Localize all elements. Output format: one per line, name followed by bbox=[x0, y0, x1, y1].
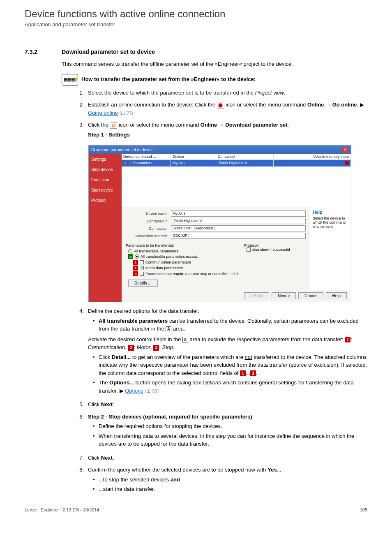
letter-a-marker-2: A bbox=[182, 337, 188, 342]
radio-except[interactable]: AAll transferable parameters except: bbox=[128, 254, 244, 259]
dialog-screenshot: Download parameter set to device ✕ Setti… bbox=[88, 145, 351, 302]
page-header: Device functions with active online conn… bbox=[25, 8, 367, 28]
details-button[interactable]: Details ... bbox=[128, 280, 158, 287]
radio-all[interactable]: All transferable parameters bbox=[128, 249, 244, 253]
next-button[interactable]: Next > bbox=[272, 292, 296, 299]
marker-3b: 3 bbox=[250, 370, 256, 376]
page-footer: Lenze · Engineer · 2.13 EN - 10/2014 105 bbox=[25, 507, 367, 512]
check-show-success[interactable]: also show if successful bbox=[247, 247, 306, 252]
sidebar-execution[interactable]: Execution bbox=[91, 178, 119, 182]
step-7: 7. Click Next. bbox=[78, 454, 367, 462]
footer-left: Lenze · Engineer · 2.13 EN - 10/2014 bbox=[25, 507, 99, 512]
step-5: 5. Click Next. bbox=[78, 400, 367, 409]
page-ref-99: (🕮 99) bbox=[145, 388, 159, 393]
section-heading: 7.3.2 Download parameter set to device bbox=[25, 49, 367, 55]
param-icon: ▤ bbox=[129, 161, 132, 165]
chapter-subtitle: Application and parameter set transfer bbox=[25, 21, 367, 28]
step-1: 1. Select the device to which the parame… bbox=[78, 89, 367, 97]
contained-in-field[interactable]: ./9400 HighLine V bbox=[171, 218, 306, 224]
connection-addr-field[interactable]: GDC:MP:/ bbox=[171, 233, 306, 239]
check-stop[interactable]: 3Parameters that require a device stop o… bbox=[133, 271, 244, 276]
step1-heading: Step 1 - Settings bbox=[88, 131, 367, 139]
device-table-row[interactable]: ✓ ▤ Parameters My Axis ./9400 HighLine V bbox=[122, 160, 351, 166]
going-online-link[interactable]: Going online bbox=[88, 110, 118, 116]
footer-page-number: 105 bbox=[360, 507, 367, 512]
connection-field[interactable]: Lenze OPC_Diagnostics 1 bbox=[171, 225, 306, 231]
device-name-field[interactable]: My Axis bbox=[171, 210, 306, 217]
section-number: 7.3.2 bbox=[25, 49, 62, 55]
step-6: 6. Step 2 - Stop devices (optional, requ… bbox=[78, 413, 367, 450]
help-panel: Help Select the device to which the comm… bbox=[310, 207, 351, 290]
download-param-icon: ▤ bbox=[110, 122, 117, 129]
procedure-icon: ▦▦▦☝ bbox=[62, 74, 78, 86]
sidebar-start[interactable]: Start device bbox=[91, 188, 119, 192]
cancel-button[interactable]: Cancel bbox=[298, 292, 323, 299]
step-2: 2. Establish an online connection to the… bbox=[78, 101, 367, 117]
options-link[interactable]: Options bbox=[125, 388, 143, 394]
volatile-icon bbox=[345, 161, 349, 165]
marker-1: 1 bbox=[345, 337, 350, 342]
marker-3: 3 bbox=[153, 345, 159, 351]
page-ref: (🕮 77) bbox=[120, 111, 134, 116]
dialog-titlebar: Download parameter set to device ✕ bbox=[89, 146, 351, 154]
go-online-icon: ⬤ bbox=[217, 102, 224, 109]
close-icon[interactable]: ✕ bbox=[342, 147, 348, 153]
help-button[interactable]: Help bbox=[326, 292, 347, 299]
step-list-cont: 4. Define the desired options for the da… bbox=[78, 307, 367, 495]
divider bbox=[25, 40, 367, 40]
form-area: Device name:My Axis Contained in:./9400 … bbox=[122, 207, 310, 290]
howto-row: ▦▦▦☝ How to transfer the parameter set f… bbox=[62, 74, 367, 86]
help-title: Help bbox=[313, 210, 348, 215]
marker-1b: 1 bbox=[240, 370, 246, 376]
back-button: < Back bbox=[244, 292, 269, 299]
help-text: Select the device to which the command i… bbox=[313, 216, 348, 229]
params-label: Parameters to be transferred: bbox=[126, 243, 244, 247]
step-list: 1. Select the device to which the parame… bbox=[78, 89, 367, 141]
wizard-buttons: < Back Next > Cancel Help bbox=[122, 290, 351, 302]
sidebar-protocol[interactable]: Protocol bbox=[91, 198, 119, 203]
sidebar-stop[interactable]: Stop device bbox=[91, 167, 119, 172]
step-8: 8. Confirm the query whether the selecte… bbox=[78, 466, 367, 495]
dialog-title: Download parameter set to device bbox=[91, 148, 154, 152]
intro-paragraph: This command serves to transfer the offl… bbox=[62, 60, 367, 68]
sidebar-settings[interactable]: Settings bbox=[91, 157, 119, 162]
device-table-header: Device command ... Device Contained in V… bbox=[122, 154, 351, 160]
section-title: Download parameter set to device bbox=[62, 49, 155, 55]
letter-a-marker: A bbox=[166, 326, 171, 332]
check-comm[interactable]: 1Communication parameters bbox=[133, 260, 244, 265]
marker-2: 2 bbox=[128, 345, 134, 351]
wizard-sidebar: Settings Stop device Execution Start dev… bbox=[89, 154, 122, 302]
row-checkbox[interactable]: ✓ bbox=[123, 161, 127, 165]
chapter-title: Device functions with active online conn… bbox=[25, 8, 367, 20]
check-motor[interactable]: 2✓Motor data parameters bbox=[133, 266, 244, 271]
howto-title: How to transfer the parameter set from t… bbox=[81, 74, 256, 82]
step-3: 3. Click the ▤ icon or select the menu c… bbox=[78, 121, 367, 141]
protocol-label: Protocol: bbox=[244, 243, 306, 247]
step-4: 4. Define the desired options for the da… bbox=[78, 307, 367, 396]
